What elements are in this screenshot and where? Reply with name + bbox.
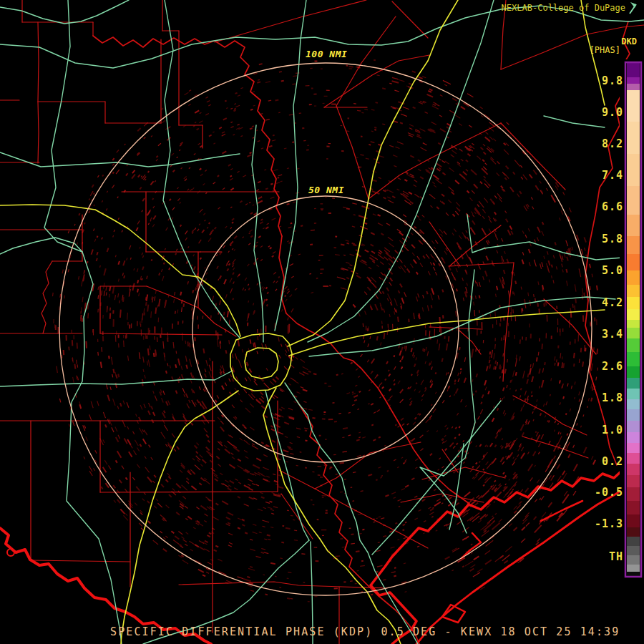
colorbar-segment bbox=[627, 475, 640, 487]
colorbar-segment bbox=[627, 501, 640, 514]
highway-line bbox=[0, 238, 82, 254]
county-line bbox=[38, 102, 39, 163]
interstates-layer bbox=[0, 0, 605, 644]
county-line bbox=[544, 299, 596, 354]
kdp-speckle bbox=[59, 66, 597, 577]
colorbar-segment bbox=[627, 565, 640, 572]
colorbar-scale-label: 9.8 bbox=[602, 74, 623, 87]
colorbar-segment bbox=[627, 328, 640, 338]
colorbar-segment bbox=[627, 122, 640, 154]
weather-flag-icon bbox=[628, 1, 639, 14]
colorbar-scale-label: 5.0 bbox=[602, 264, 623, 277]
app-title: NEXLAB-College of DuPage bbox=[502, 3, 625, 13]
colorbar-segment bbox=[627, 399, 640, 409]
colorbar-segment bbox=[627, 378, 640, 389]
colorbar-segment bbox=[627, 366, 640, 378]
colorbar-segment bbox=[627, 409, 640, 421]
colorbar-scale-label: 4.2 bbox=[602, 296, 623, 309]
highways-layer bbox=[0, 0, 644, 644]
coastline-layer bbox=[0, 467, 644, 644]
colorbar-segment bbox=[627, 338, 640, 352]
colorbar-segment bbox=[627, 254, 640, 270]
colorbar-segment bbox=[627, 537, 640, 546]
county-line bbox=[31, 560, 130, 562]
colorbar-segment bbox=[627, 421, 640, 432]
colorbar-segment bbox=[627, 215, 640, 236]
colorbar-segment bbox=[627, 352, 640, 366]
kdp-speckle bbox=[54, 55, 597, 602]
county-lines-layer bbox=[0, 0, 644, 644]
county-line bbox=[147, 286, 198, 308]
range-ring bbox=[59, 63, 592, 595]
colorbar-segment bbox=[627, 154, 640, 186]
colorbar-scale-label: 6.6 bbox=[602, 200, 623, 213]
interstate-line bbox=[121, 391, 238, 644]
colorbar-segment bbox=[627, 236, 640, 254]
colorbar-segment bbox=[627, 527, 640, 537]
colorbar-scale-label: TH bbox=[609, 550, 623, 563]
county-line bbox=[503, 263, 514, 381]
county-line bbox=[501, 123, 565, 190]
colorbar-segment bbox=[627, 487, 640, 501]
radar-viewer: 50 NMI100 NMI 9.89.08.27.46.65.85.04.23.… bbox=[0, 0, 644, 644]
product-units-label: [PHAS] bbox=[590, 45, 620, 55]
county-line bbox=[179, 582, 386, 588]
range-ring-labels: 50 NMI100 NMI bbox=[301, 47, 351, 195]
colorbar-segment bbox=[627, 546, 640, 555]
colorbar-segment bbox=[627, 464, 640, 475]
county-line bbox=[429, 222, 460, 266]
kdp-speckle bbox=[71, 82, 595, 567]
colorbar-scale-label: 1.0 bbox=[602, 424, 623, 436]
colorbar-scale-label: 5.8 bbox=[602, 233, 623, 245]
kdp-speckle-layer bbox=[53, 55, 598, 602]
county-line bbox=[422, 467, 505, 479]
colorbar-segment bbox=[627, 320, 640, 328]
colorbar-segment bbox=[627, 285, 640, 297]
highway-line bbox=[0, 0, 129, 24]
colorbar-scale-label: -0.5 bbox=[595, 486, 623, 499]
range-ring-label: 50 NMI bbox=[308, 185, 344, 195]
colorbar-scale-label: 1.8 bbox=[602, 391, 623, 404]
colorbar-scale-label: 3.4 bbox=[602, 328, 623, 341]
rivers-layer bbox=[93, 21, 630, 644]
county-line bbox=[281, 494, 313, 539]
colorbar-segment bbox=[627, 453, 640, 464]
highway-line bbox=[544, 116, 605, 127]
colorbar-segment bbox=[627, 432, 640, 443]
colorbar-scale-label: -1.3 bbox=[595, 517, 623, 530]
county-line bbox=[336, 16, 396, 106]
highway-line bbox=[0, 371, 233, 386]
range-rings-layer bbox=[59, 63, 592, 595]
radar-map: 50 NMI100 NMI 9.89.08.27.46.65.85.04.23.… bbox=[0, 0, 644, 644]
colorbar-segment bbox=[627, 90, 640, 122]
product-caption: SPECIFIC DIFFERENTIAL PHASE (KDP) 0.5 DE… bbox=[110, 625, 620, 638]
kdp-speckle bbox=[79, 61, 595, 588]
county-line bbox=[38, 22, 39, 102]
interstate-line bbox=[263, 388, 401, 644]
colorbar-scale-label: 9.0 bbox=[602, 106, 623, 119]
colorbar-scale-label: 7.4 bbox=[602, 169, 623, 182]
highway-line bbox=[44, 0, 122, 644]
county-line bbox=[279, 442, 421, 489]
colorbar-segment bbox=[627, 62, 640, 77]
county-line bbox=[513, 396, 587, 435]
county-line bbox=[42, 261, 52, 333]
colorbar-segment bbox=[627, 389, 640, 399]
county-line bbox=[449, 225, 501, 266]
colorbar-scale-label: 2.6 bbox=[602, 360, 623, 373]
colorbar-segment bbox=[627, 84, 640, 90]
colorbar-scale-label: 0.2 bbox=[602, 455, 623, 468]
county-line bbox=[392, 1, 428, 38]
range-ring-label: 100 NMI bbox=[306, 49, 347, 59]
colorbar-segment bbox=[627, 270, 640, 285]
colorbar-segment bbox=[627, 555, 640, 565]
county-line bbox=[215, 0, 366, 42]
kdp-speckle bbox=[59, 80, 596, 578]
colorbar-segment bbox=[627, 77, 640, 84]
bay-shore bbox=[462, 533, 481, 558]
colorbar-segment bbox=[627, 297, 640, 309]
colorbar-scale-label: 8.2 bbox=[602, 137, 623, 150]
colorbar-segment bbox=[627, 309, 640, 320]
colorbar-segment bbox=[627, 186, 640, 215]
colorbar-segment bbox=[627, 443, 640, 453]
